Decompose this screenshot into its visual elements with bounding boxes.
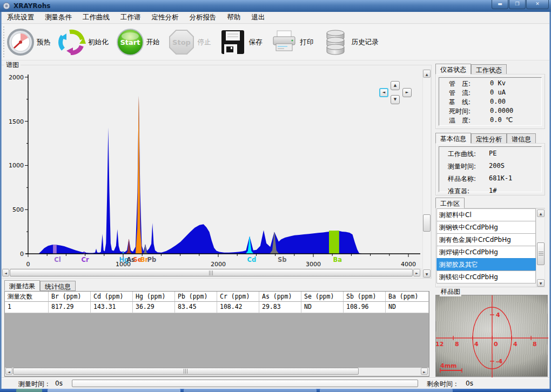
table-row[interactable]: 1 817.29 143.31 36.29 83.45 108.42 29.83… [5, 302, 429, 313]
start-orb[interactable] [16, 389, 42, 392]
col-header: Cr (ppm) [217, 292, 259, 302]
sample-name-value: 681K-1 [489, 174, 512, 184]
svg-text:1000: 1000 [9, 162, 24, 169]
svg-text:0: 0 [494, 341, 498, 348]
table-hscroll-thumb[interactable] [13, 368, 359, 375]
workzone-item[interactable]: 测塑料中Cl [436, 208, 536, 221]
preheat-button[interactable]: 预热 [6, 28, 50, 56]
remaining-time-label: 剩余时间： [427, 380, 459, 389]
workzone-item[interactable]: 测镁铝中CrCdPbHg [436, 271, 536, 283]
pan-left-button[interactable]: ◄ [379, 88, 388, 97]
instrument-tabs: 仪器状态工作状态 [435, 64, 507, 75]
spectrum-chart: 050010001500200001000200030004000ClCrHgA… [2, 67, 421, 268]
workzone-item-selected[interactable]: 测塑胶及其它 [436, 258, 536, 271]
windows-taskbar[interactable] [0, 389, 551, 392]
scroll-down-icon[interactable]: ▼ [537, 279, 545, 287]
workzone-item[interactable]: 测焊锡中CrCdPbHg [436, 246, 536, 259]
workzone-scrollbar[interactable]: ▲ ▼ [536, 208, 545, 287]
printer-icon [270, 28, 298, 56]
scroll-left-icon[interactable]: ◄ [5, 368, 12, 375]
chart-hscroll-thumb[interactable] [10, 269, 413, 276]
sample-camera-image: 128404884-4-84mm [435, 295, 548, 377]
start-button[interactable]: Start 开始 [116, 28, 160, 56]
stop-icon: Stop [167, 28, 196, 56]
scroll-right-icon[interactable]: ► [413, 269, 420, 276]
floppy-save-icon [219, 28, 247, 56]
svg-text:8: 8 [533, 341, 537, 348]
stop-button[interactable]: Stop 停止 [167, 28, 211, 56]
pan-up-button[interactable]: ▲ [391, 81, 400, 90]
minimize-button[interactable]: ▬ [492, 0, 508, 9]
col-header: Hg (ppm) [133, 292, 175, 302]
svg-text:0: 0 [26, 261, 30, 268]
info-tabs: 基本信息定性分析谱信息 [435, 133, 536, 144]
collimator-label: 准直器: [448, 187, 489, 196]
working-curve-label: 工作曲线: [448, 150, 489, 159]
svg-text:-4: -4 [496, 358, 503, 365]
col-header: Br (ppm) [49, 292, 91, 302]
svg-text:0: 0 [20, 251, 24, 258]
svg-text:8: 8 [455, 341, 459, 348]
chart-vscrollbar[interactable]: ▲ ▼ [422, 69, 431, 278]
database-icon [321, 28, 350, 56]
print-label: 打印 [300, 38, 314, 47]
chart-hscrollbar[interactable]: ◄ ► [2, 268, 421, 277]
tab-basic-info[interactable]: 基本信息 [435, 133, 471, 144]
scroll-left-icon[interactable]: ◄ [2, 269, 9, 276]
tab-workzone[interactable]: 工作区 [435, 198, 465, 208]
svg-text:4mm: 4mm [440, 362, 457, 369]
sample-name-label: 样品名称: [448, 174, 489, 184]
menu-measure-conditions[interactable]: 测量条件 [39, 11, 77, 24]
taskbar-button[interactable] [320, 389, 453, 392]
app-icon [2, 2, 11, 10]
status-bar: 测量时间： 0s 剩余时间： 0s [0, 377, 551, 389]
instrument-status-box: 管 压:0 Kv 管 流:0 uA 基 线:0.00 死时间:0.0000 温 … [435, 74, 545, 129]
scroll-down-icon[interactable]: ▼ [423, 269, 431, 278]
tab-instrument-status[interactable]: 仪器状态 [435, 64, 471, 75]
menu-work-spectrum[interactable]: 工作谱 [115, 11, 146, 24]
save-button[interactable]: 保存 [219, 28, 263, 56]
dead-time-value: 0.0000 [490, 107, 513, 116]
svg-text:4: 4 [513, 341, 518, 348]
print-button[interactable]: 打印 [270, 28, 314, 56]
tab-spectrum-info[interactable]: 谱信息 [507, 133, 536, 144]
svg-text:500: 500 [12, 206, 24, 213]
menu-bar: 系统设置 测量条件 工作曲线 工作谱 定性分析 分析报告 帮助 退出 [2, 12, 549, 24]
scroll-right-icon[interactable]: ► [421, 368, 428, 375]
tab-statistics[interactable]: 统计信息 [40, 281, 76, 291]
workzone-scroll-thumb[interactable] [537, 242, 545, 265]
svg-text:Sb: Sb [278, 256, 287, 263]
history-button[interactable]: 历史记录 [321, 28, 379, 56]
tab-qualitative[interactable]: 定性分析 [471, 133, 507, 144]
measure-time-status-value: 0s [55, 380, 63, 387]
save-label: 保存 [249, 38, 263, 47]
scroll-up-icon[interactable]: ▲ [423, 70, 431, 78]
menu-help[interactable]: 帮助 [222, 11, 246, 24]
tab-working-status[interactable]: 工作状态 [471, 64, 507, 75]
table-hscrollbar[interactable]: ◄ ► [5, 368, 429, 376]
menu-qualitative-analysis[interactable]: 定性分析 [146, 11, 184, 24]
menu-analysis-report[interactable]: 分析报告 [184, 11, 222, 24]
scroll-up-icon[interactable]: ▲ [537, 209, 545, 217]
svg-text:4000: 4000 [401, 261, 416, 268]
menu-system-settings[interactable]: 系统设置 [2, 11, 39, 24]
stop-icon-text: Stop [172, 38, 191, 46]
cell-cr: 108.42 [217, 302, 259, 313]
cell-se: ND [301, 302, 344, 313]
pan-down-button[interactable]: ▼ [391, 95, 400, 104]
taskbar-button[interactable] [184, 389, 317, 392]
measure-time-label: 测量时间: [448, 162, 489, 171]
tab-measure-results[interactable]: 测量结果 [4, 280, 40, 291]
cell-br: 817.29 [49, 302, 91, 313]
chart-vscroll-thumb[interactable] [423, 214, 431, 232]
workzone-item[interactable]: 测钢铁中CrCdPbHg [436, 221, 536, 234]
taskbar-button[interactable] [48, 389, 180, 392]
pan-right-button[interactable]: ► [402, 88, 412, 97]
maximize-button[interactable]: ❐ [509, 0, 526, 9]
menu-working-curve[interactable]: 工作曲线 [77, 11, 115, 24]
close-button[interactable]: ✕ [526, 0, 549, 9]
menu-exit[interactable]: 退出 [246, 11, 271, 24]
initialize-button[interactable]: 初始化 [58, 28, 109, 56]
history-label: 历史记录 [352, 38, 379, 47]
workzone-item[interactable]: 测有色金属中CrCdPbHg [436, 233, 536, 246]
